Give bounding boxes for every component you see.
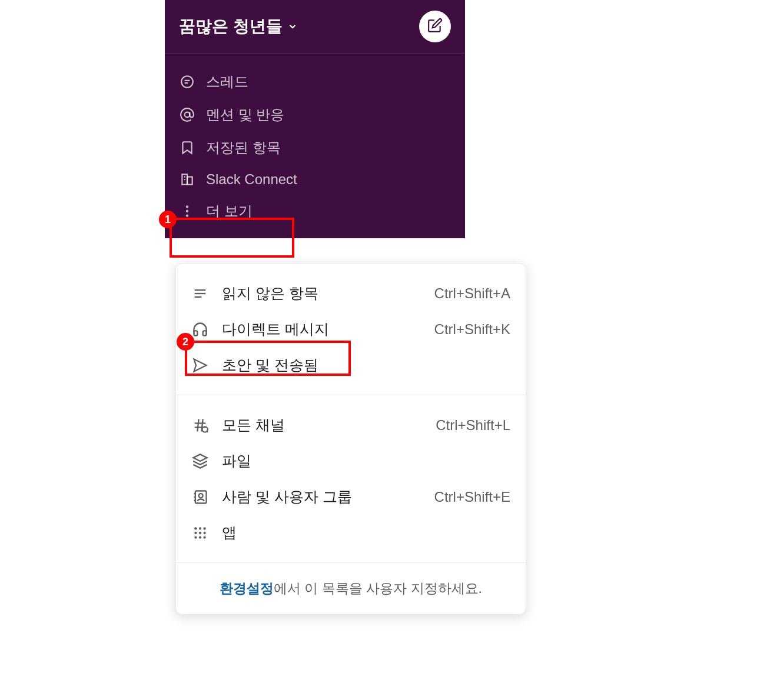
svg-point-25 xyxy=(194,527,197,529)
svg-point-30 xyxy=(203,531,205,534)
compose-button[interactable] xyxy=(419,11,451,42)
popup-section-2: 모든 채널 Ctrl+Shift+L 파일 사람 및 사용자 그룹 Ctrl+S… xyxy=(176,395,526,563)
svg-line-15 xyxy=(197,419,198,431)
annotation-badge-2: 2 xyxy=(177,333,194,351)
send-icon xyxy=(191,357,209,374)
popup-item-shortcut: Ctrl+Shift+A xyxy=(434,285,510,302)
popup-item-files[interactable]: 파일 xyxy=(176,443,526,479)
bookmark-icon xyxy=(179,140,195,155)
svg-point-32 xyxy=(199,536,201,538)
layers-icon xyxy=(191,453,209,469)
hash-icon xyxy=(191,417,209,434)
nav-item-more[interactable]: 더 보기 xyxy=(165,195,465,228)
svg-marker-12 xyxy=(194,359,207,371)
nav-item-label: Slack Connect xyxy=(206,171,297,188)
popup-item-apps[interactable]: 앱 xyxy=(176,515,526,551)
popup-item-drafts[interactable]: 초안 및 전송됨 xyxy=(176,347,526,383)
contacts-icon xyxy=(191,489,209,505)
compose-icon xyxy=(427,18,443,35)
headphones-icon xyxy=(191,321,209,338)
svg-line-18 xyxy=(207,431,208,432)
popup-item-label: 초안 및 전송됨 xyxy=(222,355,318,375)
svg-point-6 xyxy=(186,205,188,208)
workspace-switcher[interactable]: 꿈많은 청년들 xyxy=(179,15,298,38)
svg-point-21 xyxy=(199,494,203,498)
popup-item-label: 읽지 않은 항목 xyxy=(222,284,318,303)
popup-footer: 환경설정에서 이 목록을 사용자 지정하세요. xyxy=(176,563,526,614)
nav-item-label: 더 보기 xyxy=(206,202,253,221)
svg-point-8 xyxy=(186,214,188,216)
svg-point-26 xyxy=(199,527,201,529)
nav-item-label: 저장된 항목 xyxy=(206,138,281,157)
preferences-link[interactable]: 환경설정 xyxy=(220,581,274,596)
nav-item-label: 스레드 xyxy=(206,72,248,91)
popup-item-label: 다이렉트 메시지 xyxy=(222,319,329,339)
annotation-badge-1: 1 xyxy=(159,211,177,228)
nav-list: 스레드 멘션 및 반응 저장된 항목 Slack Connect 더 보기 xyxy=(165,54,465,238)
popup-item-label: 앱 xyxy=(222,523,237,542)
popup-section-1: 읽지 않은 항목 Ctrl+Shift+A 다이렉트 메시지 Ctrl+Shif… xyxy=(176,264,526,395)
popup-item-shortcut: Ctrl+Shift+K xyxy=(434,321,510,338)
svg-point-7 xyxy=(186,210,188,212)
popup-item-shortcut: Ctrl+Shift+E xyxy=(434,489,510,505)
nav-item-threads[interactable]: 스레드 xyxy=(165,65,465,98)
popup-item-people[interactable]: 사람 및 사용자 그룹 Ctrl+Shift+E xyxy=(176,479,526,515)
nav-item-label: 멘션 및 반응 xyxy=(206,105,284,124)
workspace-name-label: 꿈많은 청년들 xyxy=(179,15,283,38)
nav-item-mentions[interactable]: 멘션 및 반응 xyxy=(165,98,465,131)
svg-marker-19 xyxy=(193,454,207,461)
grid-icon xyxy=(191,525,209,541)
svg-point-0 xyxy=(181,76,193,88)
popup-item-label: 파일 xyxy=(222,451,251,471)
popup-item-shortcut: Ctrl+Shift+L xyxy=(436,417,510,434)
nav-item-saved[interactable]: 저장된 항목 xyxy=(165,131,465,164)
popup-item-unread[interactable]: 읽지 않은 항목 Ctrl+Shift+A xyxy=(176,275,526,311)
popup-item-label: 모든 채널 xyxy=(222,415,285,435)
svg-point-33 xyxy=(203,536,205,538)
at-icon xyxy=(179,107,195,122)
nav-item-slack-connect[interactable]: Slack Connect xyxy=(165,164,465,195)
threads-icon xyxy=(179,74,195,89)
svg-point-1 xyxy=(185,112,190,118)
sidebar: 꿈많은 청년들 스레드 멘션 및 반응 저 xyxy=(165,0,465,238)
list-icon xyxy=(191,285,209,302)
popup-item-label: 사람 및 사용자 그룹 xyxy=(222,487,352,506)
svg-point-28 xyxy=(194,531,197,534)
svg-point-29 xyxy=(199,531,201,534)
more-vertical-icon xyxy=(179,204,195,219)
popup-footer-text: 에서 이 목록을 사용자 지정하세요. xyxy=(274,581,482,596)
svg-point-27 xyxy=(203,527,205,529)
popup-item-dm[interactable]: 다이렉트 메시지 Ctrl+Shift+K xyxy=(176,311,526,347)
svg-point-31 xyxy=(194,536,197,538)
more-popup: 읽지 않은 항목 Ctrl+Shift+A 다이렉트 메시지 Ctrl+Shif… xyxy=(175,263,526,615)
svg-rect-3 xyxy=(187,177,192,185)
sidebar-header: 꿈많은 청년들 xyxy=(165,0,465,54)
popup-item-channels[interactable]: 모든 채널 Ctrl+Shift+L xyxy=(176,407,526,443)
chevron-down-icon xyxy=(287,17,298,36)
building-icon xyxy=(179,172,195,187)
